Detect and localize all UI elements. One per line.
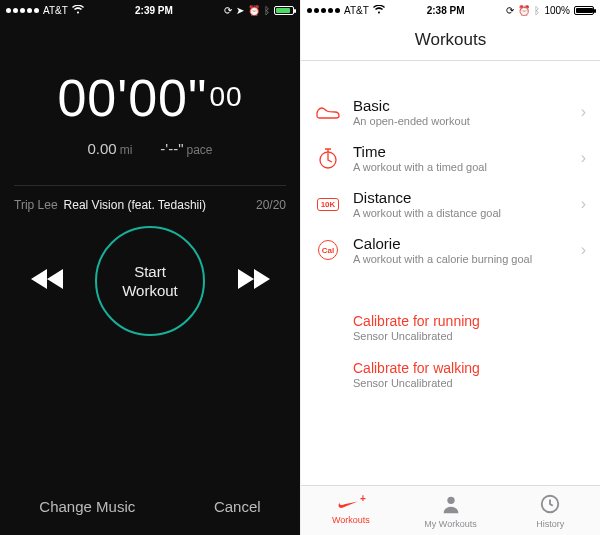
timer-main: 00'00" — [57, 69, 207, 127]
rotation-lock-icon: ⟳ — [224, 5, 232, 16]
battery-pct: 100% — [544, 5, 570, 16]
clock-icon — [539, 493, 561, 517]
calibrate-title: Calibrate for running — [353, 313, 586, 329]
row-title: Calorie — [353, 235, 569, 252]
swoosh-icon: + — [338, 497, 364, 513]
stopwatch-icon — [315, 147, 341, 169]
distance-metric: 0.00mi — [87, 140, 132, 157]
clock-label: 2:39 PM — [135, 5, 173, 16]
track-artist: Trip Lee — [14, 198, 58, 212]
calibrate-running[interactable]: Calibrate for running Sensor Uncalibrate… — [301, 307, 600, 344]
row-subtitle: A workout with a timed goal — [353, 161, 569, 173]
chevron-right-icon: › — [581, 149, 586, 167]
track-title: Real Vision (feat. Tedashii) — [64, 198, 206, 212]
row-title: Basic — [353, 97, 569, 114]
start-workout-label: Start Workout — [122, 262, 178, 301]
distance-value: 0.00 — [87, 140, 116, 157]
bottom-actions: Change Music Cancel — [0, 498, 300, 515]
tab-label: My Workouts — [424, 519, 476, 529]
battery-icon — [574, 6, 594, 15]
metrics-row: 0.00mi -'--"pace — [0, 140, 300, 157]
distance-badge-icon: 10K — [315, 198, 341, 211]
forward-button[interactable] — [236, 269, 270, 293]
rotation-lock-icon: ⟳ — [506, 5, 514, 16]
chevron-right-icon: › — [581, 195, 586, 213]
chevron-right-icon: › — [581, 103, 586, 121]
workout-run-screen: AT&T 2:39 PM ⟳ ➤ ⏰ ᛒ 00'00"00 0.00mi -'-… — [0, 0, 300, 535]
page-title: Workouts — [301, 20, 600, 61]
row-basic[interactable]: BasicAn open-ended workout › — [301, 89, 600, 135]
tab-workouts[interactable]: + Workouts — [301, 486, 401, 535]
timer-sub: 00 — [209, 81, 242, 112]
status-bar-right: AT&T 2:38 PM ⟳ ⏰ ᛒ 100% — [301, 0, 600, 20]
carrier-label: AT&T — [43, 5, 68, 16]
tab-my-workouts[interactable]: My Workouts — [401, 486, 501, 535]
calibrate-subtitle: Sensor Uncalibrated — [353, 330, 586, 342]
pace-value: -'--" — [160, 140, 183, 157]
timer-display: 00'00"00 — [0, 72, 300, 124]
pace-unit: pace — [187, 143, 213, 157]
alarm-icon: ⏰ — [248, 5, 260, 16]
tab-history[interactable]: History — [500, 486, 600, 535]
row-subtitle: A workout with a calorie burning goal — [353, 253, 569, 265]
signal-dots-icon — [307, 8, 340, 13]
alarm-icon: ⏰ — [518, 5, 530, 16]
battery-icon — [274, 6, 294, 15]
status-bar-left: AT&T 2:39 PM ⟳ ➤ ⏰ ᛒ — [0, 0, 300, 20]
carrier-label: AT&T — [344, 5, 369, 16]
clock-label: 2:38 PM — [427, 5, 465, 16]
pace-metric: -'--"pace — [160, 140, 212, 157]
row-time[interactable]: TimeA workout with a timed goal › — [301, 135, 600, 181]
row-calorie[interactable]: Cal CalorieA workout with a calorie burn… — [301, 227, 600, 273]
wifi-icon — [373, 5, 385, 16]
change-music-button[interactable]: Change Music — [39, 498, 135, 515]
calibrate-subtitle: Sensor Uncalibrated — [353, 377, 586, 389]
location-icon: ➤ — [236, 5, 244, 16]
distance-unit: mi — [120, 143, 133, 157]
tab-label: History — [536, 519, 564, 529]
row-title: Time — [353, 143, 569, 160]
shoe-icon — [315, 105, 341, 119]
calibrate-title: Calibrate for walking — [353, 360, 586, 376]
wifi-icon — [72, 5, 84, 16]
track-count: 20/20 — [256, 198, 286, 212]
row-distance[interactable]: 10K DistanceA workout with a distance go… — [301, 181, 600, 227]
tab-label: Workouts — [332, 515, 370, 525]
bluetooth-icon: ᛒ — [534, 5, 540, 16]
bluetooth-icon: ᛒ — [264, 5, 270, 16]
signal-dots-icon — [6, 8, 39, 13]
now-playing[interactable]: Trip LeeReal Vision (feat. Tedashii) 20/… — [0, 186, 300, 216]
workouts-list-screen: AT&T 2:38 PM ⟳ ⏰ ᛒ 100% Workouts BasicAn… — [300, 0, 600, 535]
person-icon — [440, 493, 462, 517]
player-controls: Start Workout — [0, 226, 300, 336]
start-workout-button[interactable]: Start Workout — [95, 226, 205, 336]
chevron-right-icon: › — [581, 241, 586, 259]
tab-bar: + Workouts My Workouts History — [301, 485, 600, 535]
cancel-button[interactable]: Cancel — [214, 498, 261, 515]
calorie-badge-icon: Cal — [315, 240, 341, 260]
row-subtitle: A workout with a distance goal — [353, 207, 569, 219]
row-subtitle: An open-ended workout — [353, 115, 569, 127]
row-title: Distance — [353, 189, 569, 206]
workout-types-list: BasicAn open-ended workout › TimeA worko… — [301, 89, 600, 273]
rewind-button[interactable] — [31, 269, 65, 293]
calibrate-walking[interactable]: Calibrate for walking Sensor Uncalibrate… — [301, 354, 600, 391]
svg-point-1 — [447, 496, 454, 503]
